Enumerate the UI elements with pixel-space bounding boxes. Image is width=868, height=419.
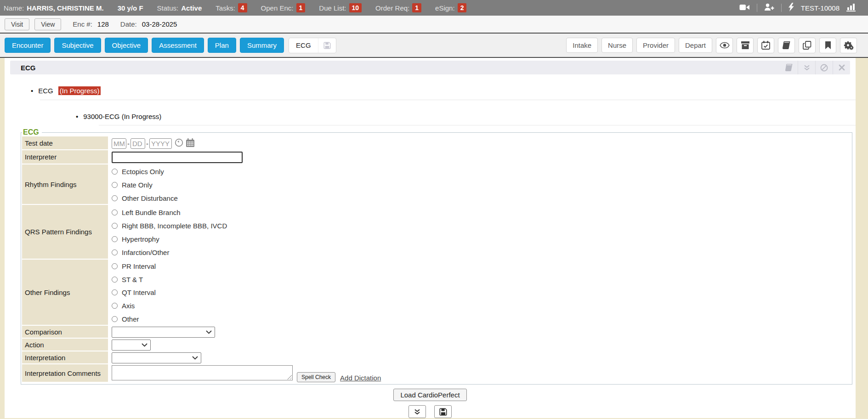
qrs-pattern-findings-label: QRS Pattern Findings — [22, 205, 108, 260]
cancel-icon[interactable] — [815, 61, 833, 74]
lightning-icon[interactable] — [789, 3, 794, 13]
depart-button[interactable]: Depart — [679, 38, 712, 53]
archive-icon[interactable] — [737, 38, 754, 53]
order-req-counter[interactable]: Order Req: 1 — [375, 3, 421, 12]
action-field — [108, 339, 851, 351]
form-legend: ECG — [22, 128, 42, 136]
tasks-badge[interactable]: 4 — [238, 3, 247, 12]
interpreter-label: Interpreter — [22, 150, 108, 164]
tasks-counter[interactable]: Tasks: 4 — [216, 3, 247, 12]
radio-icon — [112, 316, 118, 322]
radio-axis[interactable]: Axis — [112, 299, 135, 312]
calendar-icon[interactable] — [186, 138, 195, 148]
intake-button[interactable]: Intake — [566, 38, 598, 53]
test-date-day-input[interactable] — [130, 138, 145, 149]
nurse-button[interactable]: Nurse — [601, 38, 633, 53]
tab-summary[interactable]: Summary — [240, 38, 284, 53]
test-date-month-input[interactable] — [112, 138, 126, 149]
radio-icon — [112, 289, 118, 295]
action-select[interactable] — [112, 340, 151, 351]
tab-plan[interactable]: Plan — [208, 38, 236, 53]
calendar-check-icon[interactable] — [757, 38, 774, 53]
esign-counter[interactable]: eSign: 2 — [435, 3, 466, 12]
radio-other[interactable]: Other — [112, 312, 139, 326]
radio-infarction-other[interactable]: Infarction/Other — [112, 246, 169, 259]
book-icon[interactable] — [780, 61, 798, 74]
tab-encounter[interactable]: Encounter — [5, 38, 51, 53]
order-child-name: 93000-ECG (In Progress) — [83, 113, 161, 120]
close-icon[interactable] — [833, 61, 850, 74]
eye-icon[interactable] — [716, 38, 733, 53]
order-req-badge[interactable]: 1 — [412, 3, 421, 12]
view-button[interactable]: View — [34, 18, 61, 30]
comparison-select[interactable] — [112, 327, 215, 338]
radio-left-bundle-branch[interactable]: Left Bundle Branch — [112, 206, 181, 219]
due-list-counter[interactable]: Due List: 10 — [319, 3, 362, 12]
order-parent-row[interactable]: • ECG (In Progress) — [31, 86, 856, 95]
radio-rate-only[interactable]: Rate Only — [112, 178, 153, 192]
due-list-badge[interactable]: 10 — [349, 3, 362, 12]
comparison-field — [108, 326, 851, 339]
spell-check-button[interactable]: Spell Check — [297, 372, 335, 382]
video-camera-icon[interactable] — [739, 4, 750, 12]
tab-ecg-active[interactable]: ECG — [289, 38, 336, 53]
comments-textarea-wrap — [112, 365, 293, 380]
settings-gears-icon[interactable] — [840, 38, 857, 53]
open-enc-counter[interactable]: Open Enc: 1 — [261, 3, 306, 12]
action-label: Action — [22, 339, 108, 351]
radio-icon — [112, 195, 118, 201]
radio-ectopics-only[interactable]: Ectopics Only — [112, 165, 164, 178]
status-label: Status: — [157, 4, 179, 12]
bullet-marker: • — [76, 113, 78, 120]
add-user-icon[interactable] — [764, 3, 774, 12]
ecg-form: ECG Test date - - — [21, 128, 852, 385]
radio-icon — [112, 249, 118, 255]
date-separator: - — [146, 140, 148, 147]
clock-icon[interactable] — [175, 138, 183, 148]
esign-badge[interactable]: 2 — [458, 3, 467, 12]
interpreter-row: Interpreter — [22, 150, 851, 164]
tab-objective[interactable]: Objective — [105, 38, 148, 53]
book-icon[interactable] — [778, 38, 795, 53]
load-cardioperfect-button[interactable]: Load CardioPerfect — [393, 389, 466, 401]
date-label: Date: — [120, 20, 137, 28]
collapse-icon[interactable] — [798, 61, 815, 74]
interpreter-field — [108, 150, 851, 164]
interpretation-row: Interpretation — [22, 351, 851, 364]
save-button[interactable] — [434, 405, 452, 418]
radio-other-disturbance[interactable]: Other Disturbance — [112, 192, 178, 205]
rhythm-findings-label: Rhythm Findings — [22, 164, 108, 205]
test-date-year-input[interactable] — [149, 138, 172, 149]
order-parent-name: ECG — [38, 87, 53, 95]
provider-button[interactable]: Provider — [636, 38, 675, 53]
radio-icon — [112, 169, 118, 175]
divider — [757, 4, 757, 12]
radio-right-bbb[interactable]: Right BBB, Incomplete BBB, IVCD — [112, 219, 227, 232]
radio-pr-interval[interactable]: PR Interval — [112, 260, 156, 273]
tab-subjective[interactable]: Subjective — [54, 38, 101, 53]
order-parent-status-badge: (In Progress) — [58, 86, 101, 95]
radio-qt-interval[interactable]: QT Interval — [112, 286, 156, 300]
radio-icon — [112, 236, 118, 242]
chevron-down-icon — [142, 343, 148, 347]
bookmark-icon[interactable] — [819, 38, 836, 53]
open-enc-badge[interactable]: 1 — [296, 3, 306, 12]
interpretation-select[interactable] — [112, 352, 201, 363]
order-child-row[interactable]: • 93000-ECG (In Progress) — [76, 113, 856, 120]
add-dictation-link[interactable]: Add Dictation — [340, 374, 381, 382]
patient-age-sex: 30 y/o F — [118, 4, 143, 12]
copy-icon[interactable] — [799, 38, 816, 53]
patient-status-group: Status: Active — [157, 4, 202, 12]
radio-hypertrophy[interactable]: Hypertrophy — [112, 232, 159, 246]
section-header-tools — [780, 61, 850, 74]
collapse-button[interactable] — [408, 405, 426, 418]
visit-bar: Visit View Enc #: 128 Date: 03-28-2025 — [0, 16, 868, 34]
save-icon[interactable] — [318, 38, 336, 53]
tab-assessment[interactable]: Assessment — [152, 38, 204, 53]
radio-st-and-t[interactable]: ST & T — [112, 273, 143, 286]
interpreter-input[interactable] — [112, 152, 243, 163]
date-icons — [175, 138, 195, 148]
interpretation-comments-textarea[interactable] — [112, 365, 293, 380]
bar-chart-icon[interactable] — [846, 3, 857, 13]
visit-button[interactable]: Visit — [5, 18, 29, 30]
